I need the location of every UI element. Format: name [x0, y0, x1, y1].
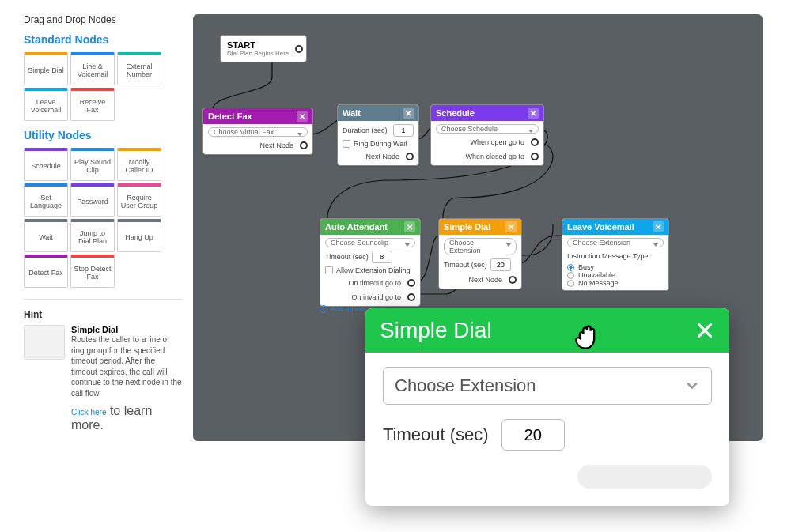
submit-button[interactable] — [577, 465, 712, 489]
close-icon[interactable]: ✕ — [403, 108, 414, 119]
ring-checkbox[interactable] — [343, 140, 350, 148]
palette-item[interactable]: External Number — [117, 52, 161, 85]
close-icon[interactable]: ✕ — [505, 221, 517, 232]
modal-title: Simple Dial — [380, 318, 492, 343]
closed-port[interactable] — [531, 153, 539, 160]
timeout-label: Timeout (sec) — [383, 424, 489, 445]
open-port[interactable] — [531, 138, 539, 146]
palette-item[interactable]: Receive Fax — [70, 88, 115, 121]
allow-ext-checkbox[interactable] — [325, 266, 333, 274]
radio-label: No Message — [578, 279, 619, 287]
node-title: Simple Dial — [444, 222, 490, 232]
palette-item[interactable]: Detect Fax — [24, 255, 68, 288]
section-header: Standard Nodes — [24, 33, 182, 46]
extension-select[interactable]: Choose Extension — [383, 367, 712, 405]
output-port[interactable] — [509, 276, 517, 284]
hint-body: Routes the caller to a line or ring grou… — [71, 334, 182, 398]
node-title: Leave Voicemail — [567, 222, 634, 232]
extension-select[interactable]: Choose Extension — [444, 238, 517, 255]
output-port[interactable] — [300, 141, 308, 149]
palette-item[interactable]: Leave Voicemail — [24, 88, 68, 121]
hint-thumbnail — [24, 325, 65, 360]
timeout-port[interactable] — [407, 279, 415, 287]
start-subtitle: Dial Plan Begins Here — [227, 50, 289, 57]
node-title: Wait — [343, 108, 361, 118]
radio-busy[interactable] — [567, 264, 574, 271]
start-node[interactable]: START Dial Plan Begins Here — [220, 35, 307, 62]
sidebar-title: Drag and Drop Nodes — [24, 14, 182, 25]
section-header: Utility Nodes — [24, 129, 182, 141]
close-icon[interactable] — [694, 320, 715, 341]
palette-item[interactable]: Modify Caller ID — [117, 148, 161, 181]
node-title: Schedule — [436, 108, 475, 118]
palette-item[interactable]: Set Language — [24, 183, 68, 217]
hint-title: Hint — [24, 309, 182, 320]
invalid-port[interactable] — [407, 293, 415, 301]
radio-label: Unavailable — [578, 271, 615, 279]
extension-select[interactable]: Choose Extension — [567, 238, 664, 247]
close-icon[interactable]: ✕ — [653, 221, 664, 232]
palette-item[interactable]: Wait — [24, 219, 68, 252]
palette-item[interactable]: Line & Voicemail — [70, 52, 115, 85]
add-option-link[interactable]: +Add option — [320, 304, 365, 315]
radio-unavailable[interactable] — [567, 272, 574, 279]
wait-node[interactable]: Wait ✕ Duration (sec) Ring During Wait N… — [337, 104, 419, 166]
palette-item[interactable]: Simple Dial — [24, 52, 68, 85]
palette: SchedulePlay Sound ClipModify Caller IDS… — [24, 148, 182, 288]
output-port[interactable] — [406, 153, 414, 160]
palette: Simple DialLine & VoicemailExternal Numb… — [24, 52, 182, 121]
auto-attendant-node[interactable]: Auto Attendant ✕ Choose Soundclip Timeou… — [320, 218, 421, 307]
hint-heading: Simple Dial — [71, 325, 182, 334]
duration-input[interactable] — [393, 124, 414, 137]
leave-voicemail-node[interactable]: Leave Voicemail ✕ Choose Extension Instr… — [562, 218, 669, 291]
schedule-node[interactable]: Schedule ✕ Choose Schedule When open go … — [430, 104, 544, 166]
soundclip-select[interactable]: Choose Soundclip — [325, 238, 415, 247]
hint-panel: Hint Simple Dial Routes the caller to a … — [24, 299, 182, 432]
start-port[interactable] — [295, 45, 303, 53]
sidebar: Drag and Drop Nodes Standard NodesSimple… — [24, 14, 182, 432]
detect-fax-node[interactable]: Detect Fax ✕ Choose Virtual Fax Next Nod… — [202, 108, 313, 155]
grab-cursor-icon — [570, 319, 604, 354]
node-title: Auto Attendant — [325, 222, 388, 232]
palette-item[interactable]: Jump to Dial Plan — [70, 219, 115, 252]
virtual-fax-select[interactable]: Choose Virtual Fax — [208, 127, 308, 137]
close-icon[interactable]: ✕ — [297, 111, 308, 122]
chevron-down-icon — [684, 378, 700, 394]
start-title: START — [227, 40, 289, 50]
timeout-input[interactable] — [372, 251, 392, 263]
palette-item[interactable]: Require User Group — [117, 183, 161, 217]
hint-link[interactable]: Click here — [71, 408, 106, 417]
radio-no-message[interactable] — [567, 280, 574, 287]
close-icon[interactable]: ✕ — [528, 108, 539, 119]
simple-dial-modal[interactable]: Simple Dial Choose Extension Timeout (se… — [365, 308, 729, 506]
close-icon[interactable]: ✕ — [404, 221, 415, 232]
schedule-select[interactable]: Choose Schedule — [436, 124, 539, 134]
palette-item[interactable]: Hang Up — [117, 219, 161, 252]
palette-item[interactable]: Password — [70, 183, 115, 217]
palette-item[interactable]: Play Sound Clip — [70, 148, 115, 181]
palette-item[interactable]: Schedule — [24, 148, 68, 181]
timeout-input[interactable] — [490, 258, 511, 271]
palette-item[interactable]: Stop Detect Fax — [70, 255, 115, 288]
node-title: Detect Fax — [208, 111, 252, 121]
radio-label: Busy — [578, 263, 594, 271]
simple-dial-node[interactable]: Simple Dial ✕ Choose Extension Timeout (… — [438, 218, 522, 289]
timeout-input[interactable] — [501, 419, 565, 451]
